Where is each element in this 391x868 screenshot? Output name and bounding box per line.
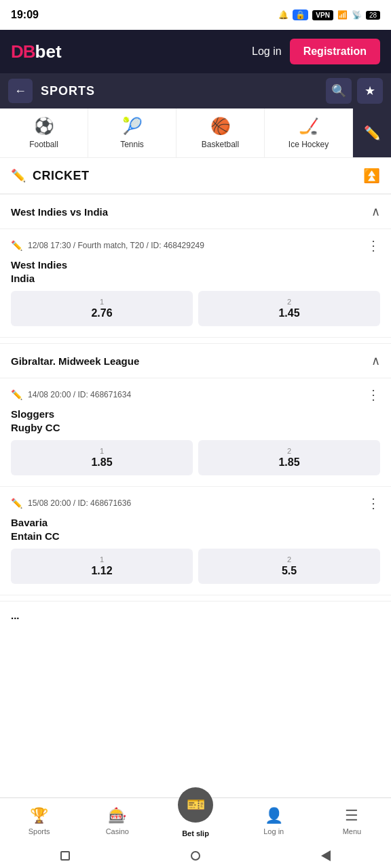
logo-db: DB [11, 41, 35, 62]
recents-icon [60, 851, 70, 861]
match-more-button-2[interactable]: ⋮ [367, 387, 380, 403]
favorites-button[interactable]: ★ [357, 78, 383, 104]
bottom-nav-login[interactable]: 👤 Log in [235, 798, 313, 844]
tennis-label: Tennis [120, 140, 144, 149]
odds-label-2-2: 2 [287, 447, 291, 455]
odds-value-1-1: 2.76 [91, 307, 112, 319]
team-name-india: India [11, 273, 380, 284]
basketball-label: Basketball [202, 140, 239, 149]
battery-icon: 28 [366, 11, 380, 20]
match-group-header-1[interactable]: West Indies vs India ∧ [0, 194, 391, 229]
system-home-button[interactable] [186, 846, 205, 865]
bottom-nav-sports[interactable]: 🏆 Sports [0, 798, 78, 844]
sports-nav-bar: ← SPORTS 🔍 ★ [0, 73, 391, 108]
search-icon: 🔍 [331, 83, 346, 98]
chevron-up-icon-2[interactable]: ∧ [371, 353, 380, 368]
status-time: 19:09 [11, 9, 39, 21]
team-name-bavaria: Bavaria [11, 517, 380, 528]
team-name-entain-cc: Entain CC [11, 530, 380, 542]
match-meta-info-3: ✏️ 15/08 20:00 / ID: 468671636 [11, 498, 131, 509]
ice-hockey-icon: 🏒 [299, 117, 319, 136]
odds-button-wi-2[interactable]: 2 1.45 [198, 291, 380, 326]
cricket-ball-icon-3: ✏️ [11, 498, 22, 509]
system-back-button[interactable] [316, 846, 335, 865]
status-icons: 🔔 🔒 VPN 📶 📡 28 [278, 9, 380, 20]
home-icon [191, 851, 200, 861]
odds-label-2-1: 1 [100, 447, 104, 455]
system-recents-button[interactable] [56, 846, 75, 865]
odds-button-bavaria-1[interactable]: 1 1.12 [11, 549, 193, 584]
chevron-up-icon-1[interactable]: ∧ [371, 204, 380, 219]
logo-bet: bet [35, 41, 62, 62]
category-ice-hockey[interactable]: 🏒 Ice Hockey [265, 108, 353, 157]
system-nav-bar [0, 844, 391, 868]
partial-match-group: ... [0, 601, 391, 628]
match-card-bavaria-entain: ✏️ 15/08 20:00 / ID: 468671636 ⋮ Bavaria… [0, 487, 391, 595]
football-label: Football [29, 140, 58, 149]
match-meta-text-2: 14/08 20:00 / ID: 468671634 [28, 390, 131, 399]
header: DB bet Log in Registration [0, 30, 391, 73]
logo: DB bet [11, 41, 62, 62]
odds-button-wi-1[interactable]: 1 2.76 [11, 291, 193, 326]
football-icon: ⚽ [34, 117, 54, 136]
odds-label-3-1: 1 [100, 555, 104, 564]
cricket-sport-icon: ✏️ [11, 168, 26, 183]
category-football[interactable]: ⚽ Football [0, 108, 88, 157]
more-categories-button[interactable]: ✏️ [353, 108, 391, 157]
pencil-icon: ✏️ [364, 125, 381, 141]
category-tennis[interactable]: 🎾 Tennis [88, 108, 176, 157]
back-arrow-icon: ← [14, 84, 26, 98]
cricket-collapse-button[interactable]: ⏫ [363, 167, 380, 184]
odds-value-3-1: 1.12 [91, 565, 112, 577]
register-button[interactable]: Registration [290, 39, 380, 64]
match-more-button-3[interactable]: ⋮ [367, 495, 380, 511]
odds-value-1-2: 1.45 [278, 307, 299, 319]
cricket-ball-icon-2: ✏️ [11, 389, 22, 400]
match-group-title-2: Gibraltar. Midweek League [11, 355, 139, 367]
bet-slip-circle: 🎫 [178, 787, 213, 823]
match-group-header-2[interactable]: Gibraltar. Midweek League ∧ [0, 343, 391, 378]
search-button[interactable]: 🔍 [326, 78, 352, 104]
team-name-sloggers: Sloggers [11, 408, 380, 420]
trophy-icon: 🏆 [30, 807, 48, 825]
status-bar: 19:09 🔔 🔒 VPN 📶 📡 28 [0, 0, 391, 30]
bottom-nav: 🏆 Sports 🎰 Casino 🎫 Bet slip 👤 Log in ☰ … [0, 797, 391, 844]
bottom-nav-casino[interactable]: 🎰 Casino [78, 798, 156, 844]
odds-row-1: 1 2.76 2 1.45 [11, 291, 380, 326]
match-meta-text-1: 12/08 17:30 / Fourth match, T20 / ID: 46… [28, 241, 204, 250]
bottom-nav-bet-slip[interactable]: 🎫 Bet slip [156, 798, 234, 844]
cricket-section-title: CRICKET [33, 169, 90, 183]
match-more-button-1[interactable]: ⋮ [367, 237, 380, 254]
security-icon: 🔒 [293, 9, 308, 20]
odds-value-2-1: 1.85 [91, 456, 112, 469]
bottom-nav-menu[interactable]: ☰ Menu [313, 798, 391, 844]
match-meta-3: ✏️ 15/08 20:00 / ID: 468671636 ⋮ [11, 487, 380, 517]
back-button[interactable]: ← [8, 79, 33, 103]
signal-icon: 📶 [337, 10, 348, 20]
odds-button-sloggers-2[interactable]: 2 1.85 [198, 440, 380, 475]
match-group-west-indies-india: West Indies vs India ∧ ✏️ 12/08 17:30 / … [0, 194, 391, 338]
vpn-badge: VPN [312, 10, 333, 20]
match-meta-text-3: 15/08 20:00 / ID: 468671636 [28, 498, 131, 508]
match-meta-info-2: ✏️ 14/08 20:00 / ID: 468671634 [11, 389, 131, 400]
login-button[interactable]: Log in [252, 45, 282, 58]
match-meta-info-1: ✏️ 12/08 17:30 / Fourth match, T20 / ID:… [11, 240, 204, 251]
odds-value-2-2: 1.85 [278, 456, 299, 469]
bet-slip-icon: 🎫 [187, 796, 205, 814]
wifi-icon: 📡 [352, 10, 362, 20]
match-group-title-1: West Indies vs India [11, 206, 108, 218]
category-basketball[interactable]: 🏀 Basketball [176, 108, 265, 157]
odds-button-bavaria-2[interactable]: 2 5.5 [198, 549, 380, 584]
odds-row-2: 1 1.85 2 1.85 [11, 440, 380, 475]
match-card-wi-india: ✏️ 12/08 17:30 / Fourth match, T20 / ID:… [0, 229, 391, 338]
partial-group-title: ... [11, 610, 20, 621]
tennis-icon: 🎾 [122, 117, 143, 136]
nav-icons: 🔍 ★ [326, 78, 383, 104]
section-title-row: ✏️ CRICKET [11, 168, 90, 183]
content-area: ✏️ CRICKET ⏫ West Indies vs India ∧ ✏️ 1… [0, 158, 391, 703]
casino-icon: 🎰 [108, 807, 126, 825]
team-name-wi: West Indies [11, 259, 380, 271]
back-nav-icon [321, 850, 331, 861]
odds-value-3-2: 5.5 [282, 565, 297, 577]
odds-button-sloggers-1[interactable]: 1 1.85 [11, 440, 193, 475]
